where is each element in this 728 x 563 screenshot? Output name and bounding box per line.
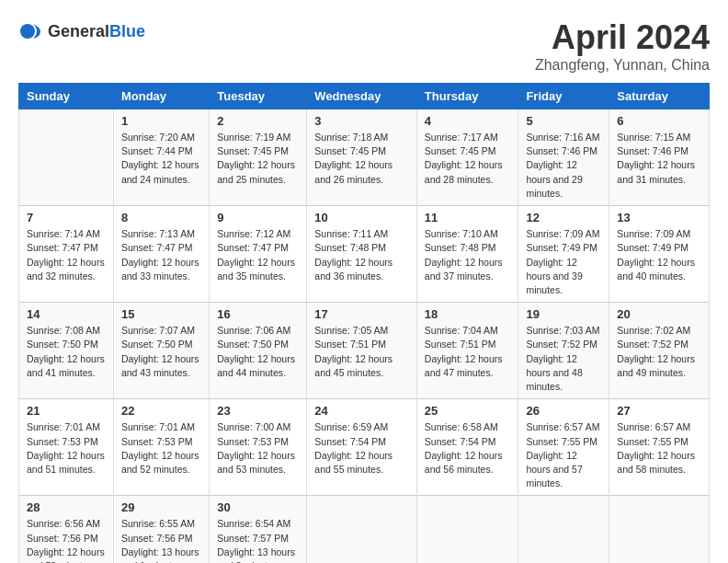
day-detail: Sunrise: 7:12 AMSunset: 7:47 PMDaylight:…	[217, 227, 299, 283]
location-title: Zhangfeng, Yunnan, China	[535, 57, 710, 74]
month-title: April 2024	[535, 18, 710, 57]
week-row-0: 1Sunrise: 7:20 AMSunset: 7:44 PMDaylight…	[19, 109, 710, 206]
day-detail: Sunrise: 7:14 AMSunset: 7:47 PMDaylight:…	[27, 227, 106, 283]
day-number: 29	[121, 500, 201, 514]
header-day-friday: Friday	[518, 84, 609, 109]
day-detail: Sunrise: 7:01 AMSunset: 7:53 PMDaylight:…	[121, 420, 201, 477]
day-detail: Sunrise: 7:15 AMSunset: 7:46 PMDaylight:…	[617, 131, 701, 187]
day-number: 10	[314, 211, 409, 224]
day-number: 21	[27, 404, 106, 418]
calendar-cell: 27Sunrise: 6:57 AMSunset: 7:55 PMDayligh…	[609, 399, 710, 496]
day-number: 1	[121, 114, 201, 128]
calendar-cell: 19Sunrise: 7:03 AMSunset: 7:52 PMDayligh…	[518, 303, 609, 399]
day-number: 23	[217, 404, 299, 418]
calendar-cell: 17Sunrise: 7:05 AMSunset: 7:51 PMDayligh…	[307, 303, 417, 399]
page-header: GeneralBlue April 2024 Zhangfeng, Yunnan…	[18, 18, 710, 74]
day-detail: Sunrise: 7:09 AMSunset: 7:49 PMDaylight:…	[526, 227, 601, 297]
day-detail: Sunrise: 6:59 AMSunset: 7:54 PMDaylight:…	[314, 420, 409, 477]
day-detail: Sunrise: 7:02 AMSunset: 7:52 PMDaylight:…	[617, 324, 701, 380]
calendar-header-row: SundayMondayTuesdayWednesdayThursdayFrid…	[19, 84, 710, 109]
day-number: 7	[27, 211, 106, 224]
day-number: 5	[526, 114, 601, 128]
day-number: 4	[425, 114, 511, 128]
calendar-cell: 21Sunrise: 7:01 AMSunset: 7:53 PMDayligh…	[19, 399, 114, 496]
day-detail: Sunrise: 7:16 AMSunset: 7:46 PMDaylight:…	[526, 131, 601, 201]
header-day-monday: Monday	[113, 84, 209, 109]
day-detail: Sunrise: 6:57 AMSunset: 7:55 PMDaylight:…	[526, 420, 601, 490]
week-row-1: 7Sunrise: 7:14 AMSunset: 7:47 PMDaylight…	[19, 206, 710, 303]
day-detail: Sunrise: 7:18 AMSunset: 7:45 PMDaylight:…	[314, 131, 409, 187]
day-number: 8	[121, 211, 201, 224]
calendar-cell: 1Sunrise: 7:20 AMSunset: 7:44 PMDaylight…	[113, 109, 209, 206]
calendar-cell	[416, 496, 518, 563]
day-number: 25	[425, 404, 511, 418]
header-day-tuesday: Tuesday	[210, 84, 307, 109]
day-detail: Sunrise: 7:00 AMSunset: 7:53 PMDaylight:…	[217, 420, 299, 477]
header-day-thursday: Thursday	[416, 84, 518, 109]
calendar-cell: 4Sunrise: 7:17 AMSunset: 7:45 PMDaylight…	[416, 109, 518, 206]
logo-text-general: General	[48, 22, 109, 40]
day-number: 18	[425, 307, 511, 321]
svg-point-0	[20, 24, 35, 39]
day-number: 11	[425, 211, 511, 224]
calendar-cell: 3Sunrise: 7:18 AMSunset: 7:45 PMDaylight…	[307, 109, 417, 206]
day-detail: Sunrise: 7:11 AMSunset: 7:48 PMDaylight:…	[314, 227, 409, 283]
calendar-cell: 23Sunrise: 7:00 AMSunset: 7:53 PMDayligh…	[210, 399, 307, 496]
day-number: 28	[27, 500, 106, 514]
calendar-cell: 13Sunrise: 7:09 AMSunset: 7:49 PMDayligh…	[609, 206, 710, 303]
day-number: 24	[314, 404, 409, 418]
day-number: 20	[617, 307, 701, 321]
calendar-table: SundayMondayTuesdayWednesdayThursdayFrid…	[18, 83, 710, 563]
day-number: 30	[217, 500, 299, 514]
day-number: 2	[217, 114, 299, 128]
day-detail: Sunrise: 7:13 AMSunset: 7:47 PMDaylight:…	[121, 227, 201, 283]
calendar-cell: 8Sunrise: 7:13 AMSunset: 7:47 PMDaylight…	[113, 206, 209, 303]
day-detail: Sunrise: 7:20 AMSunset: 7:44 PMDaylight:…	[121, 131, 201, 187]
day-detail: Sunrise: 6:58 AMSunset: 7:54 PMDaylight:…	[425, 420, 511, 477]
day-detail: Sunrise: 7:06 AMSunset: 7:50 PMDaylight:…	[217, 324, 299, 380]
calendar-cell: 25Sunrise: 6:58 AMSunset: 7:54 PMDayligh…	[416, 399, 518, 496]
calendar-cell: 7Sunrise: 7:14 AMSunset: 7:47 PMDaylight…	[19, 206, 114, 303]
title-area: April 2024 Zhangfeng, Yunnan, China	[535, 18, 710, 74]
day-number: 9	[217, 211, 299, 224]
calendar-cell: 26Sunrise: 6:57 AMSunset: 7:55 PMDayligh…	[518, 399, 609, 496]
logo: GeneralBlue	[18, 18, 145, 44]
calendar-cell	[518, 496, 609, 563]
calendar-cell: 28Sunrise: 6:56 AMSunset: 7:56 PMDayligh…	[19, 496, 114, 563]
calendar-cell: 20Sunrise: 7:02 AMSunset: 7:52 PMDayligh…	[609, 303, 710, 399]
calendar-cell: 6Sunrise: 7:15 AMSunset: 7:46 PMDaylight…	[609, 109, 710, 206]
day-detail: Sunrise: 6:55 AMSunset: 7:56 PMDaylight:…	[121, 517, 201, 563]
day-number: 12	[526, 211, 601, 224]
calendar-cell: 2Sunrise: 7:19 AMSunset: 7:45 PMDaylight…	[210, 109, 307, 206]
calendar-cell: 29Sunrise: 6:55 AMSunset: 7:56 PMDayligh…	[113, 496, 209, 563]
header-day-saturday: Saturday	[609, 84, 710, 109]
calendar-cell: 18Sunrise: 7:04 AMSunset: 7:51 PMDayligh…	[416, 303, 518, 399]
day-detail: Sunrise: 7:08 AMSunset: 7:50 PMDaylight:…	[27, 324, 106, 380]
day-number: 22	[121, 404, 201, 418]
calendar-cell	[19, 109, 114, 206]
day-detail: Sunrise: 7:05 AMSunset: 7:51 PMDaylight:…	[314, 324, 409, 380]
day-detail: Sunrise: 7:07 AMSunset: 7:50 PMDaylight:…	[121, 324, 201, 380]
calendar-cell: 30Sunrise: 6:54 AMSunset: 7:57 PMDayligh…	[210, 496, 307, 563]
day-number: 19	[526, 307, 601, 321]
day-number: 17	[314, 307, 409, 321]
week-row-4: 28Sunrise: 6:56 AMSunset: 7:56 PMDayligh…	[19, 496, 710, 563]
calendar-cell: 14Sunrise: 7:08 AMSunset: 7:50 PMDayligh…	[19, 303, 114, 399]
day-number: 3	[314, 114, 409, 128]
day-number: 15	[121, 307, 201, 321]
calendar-cell: 11Sunrise: 7:10 AMSunset: 7:48 PMDayligh…	[416, 206, 518, 303]
day-detail: Sunrise: 7:01 AMSunset: 7:53 PMDaylight:…	[27, 420, 106, 477]
day-detail: Sunrise: 6:54 AMSunset: 7:57 PMDaylight:…	[217, 517, 299, 563]
calendar-cell: 9Sunrise: 7:12 AMSunset: 7:47 PMDaylight…	[210, 206, 307, 303]
day-number: 26	[526, 404, 601, 418]
day-detail: Sunrise: 7:09 AMSunset: 7:49 PMDaylight:…	[617, 227, 701, 283]
logo-text-blue: Blue	[109, 22, 145, 40]
day-detail: Sunrise: 7:04 AMSunset: 7:51 PMDaylight:…	[425, 324, 511, 380]
day-number: 16	[217, 307, 299, 321]
header-day-sunday: Sunday	[19, 84, 114, 109]
day-number: 14	[27, 307, 106, 321]
day-detail: Sunrise: 6:57 AMSunset: 7:55 PMDaylight:…	[617, 420, 701, 477]
day-number: 13	[617, 211, 701, 224]
day-detail: Sunrise: 7:17 AMSunset: 7:45 PMDaylight:…	[425, 131, 511, 187]
calendar-cell: 15Sunrise: 7:07 AMSunset: 7:50 PMDayligh…	[113, 303, 209, 399]
